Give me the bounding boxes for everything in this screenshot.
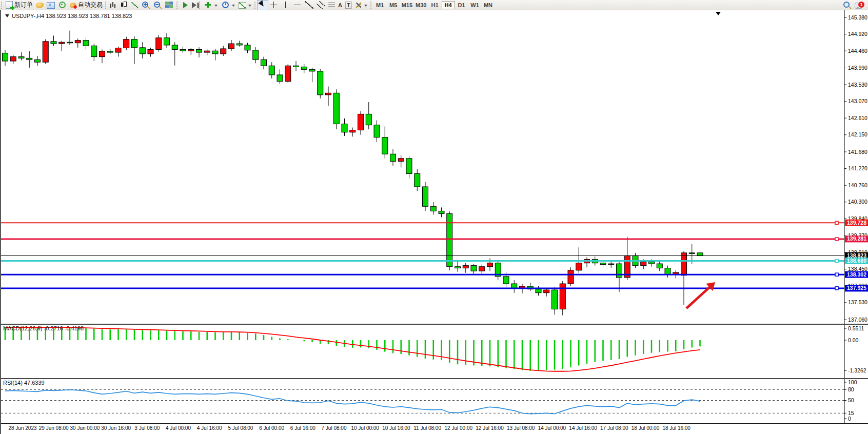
- text-tool-button[interactable]: A: [337, 1, 344, 10]
- timeframe-m5-button[interactable]: M5: [387, 1, 400, 9]
- rsi-panel[interactable]: 1008050150 RSI(14) 47.6339: [1, 379, 868, 423]
- price-level-badge-text: 139.728: [847, 220, 866, 226]
- bear-candle: [689, 253, 695, 254]
- fibonacci-icon: [328, 2, 335, 8]
- date-tick-label: 7 Jul 08:00: [322, 425, 347, 431]
- date-tick-label: 29 Jun 08:00: [39, 425, 69, 431]
- main-chart-canvas[interactable]: 145.380144.920144.460143.990143.530143.0…: [1, 10, 868, 324]
- fibonacci-tool-button[interactable]: [327, 1, 337, 10]
- candlestick-button[interactable]: [118, 1, 130, 10]
- bear-candle: [35, 60, 41, 62]
- tile-windows-button[interactable]: [164, 1, 175, 10]
- date-tick-label: 14 Jul 00:00: [538, 425, 566, 431]
- arrows-icon: [356, 3, 361, 8]
- chart-title-text: USDJPY-,H4 138.923 138.923 138.781 138.8…: [12, 13, 132, 19]
- toolbar-grip[interactable]: [199, 2, 200, 9]
- timeframe-d1-button[interactable]: D1: [455, 1, 468, 9]
- date-tick-label: 30 Jun 16:00: [101, 425, 131, 431]
- timeframe-m30-button[interactable]: M30: [414, 1, 428, 9]
- crosshair-tool-button[interactable]: [268, 1, 280, 10]
- timeframe-h4-button[interactable]: H4: [442, 1, 455, 9]
- toolbar-grip[interactable]: [254, 2, 255, 9]
- zoom-out-button[interactable]: [152, 1, 164, 10]
- bear-candle: [503, 277, 509, 284]
- toolbar-grip[interactable]: [370, 2, 371, 9]
- search-button[interactable]: [841, 1, 853, 10]
- horizontal-line-tool-button[interactable]: [291, 1, 303, 10]
- macd-canvas[interactable]: 0.55110.00-1.3262: [1, 325, 868, 378]
- date-tick-label: 18 Jul 00:00: [632, 425, 660, 431]
- bear-candle: [318, 71, 323, 95]
- macd-label: MACD(12,26,9) -0.2716 -0.4198: [3, 325, 84, 331]
- rsi-tick-label: 80: [848, 386, 854, 392]
- macd-tick-label: -1.3262: [848, 367, 866, 373]
- timeframe-mn-button[interactable]: MN: [482, 1, 495, 9]
- date-tick-label: 28 Jun 2023: [8, 425, 36, 431]
- bear-candle: [27, 58, 32, 60]
- channel-tool-button[interactable]: [315, 1, 327, 10]
- bar-chart-icon: [110, 2, 116, 8]
- chart-window: 145.380144.920144.460143.990143.530143.0…: [0, 10, 868, 434]
- price-tick-label: 144.460: [848, 48, 867, 54]
- market-watch-button[interactable]: [34, 1, 45, 10]
- bull-candle: [285, 66, 291, 81]
- bar-chart-button[interactable]: [108, 1, 118, 10]
- notifications-button[interactable]: 1: [853, 1, 864, 10]
- timeframe-m15-button[interactable]: M15: [400, 1, 414, 9]
- chart-title[interactable]: USDJPY-,H4 138.923 138.923 138.781 138.8…: [5, 12, 132, 19]
- rsi-label: RSI(14) 47.6339: [3, 380, 45, 386]
- cursor-icon: [258, 0, 267, 10]
- timeframe-w1-button[interactable]: W1: [468, 1, 482, 9]
- cursor-tool-button[interactable]: [258, 1, 268, 10]
- autotrade-label: 自动交易: [78, 1, 103, 9]
- price-tick-label: 137.530: [848, 299, 867, 305]
- price-tick-label: 141.680: [848, 149, 867, 155]
- line-chart-button[interactable]: [130, 1, 140, 10]
- timeframe-h1-button[interactable]: H1: [428, 1, 442, 9]
- new-order-label: 新订单: [14, 1, 33, 9]
- new-order-button[interactable]: 新订单: [4, 1, 34, 10]
- bear-candle: [390, 154, 396, 161]
- price-level-badge-text: 139.281: [847, 235, 866, 242]
- macd-tick-label: 0.00: [848, 337, 859, 343]
- chart-shift-icon: [192, 2, 196, 8]
- bull-candle: [641, 262, 646, 266]
- bull-candle: [10, 57, 16, 61]
- templates-button[interactable]: [237, 1, 253, 10]
- news-button[interactable]: [56, 1, 68, 10]
- zoom-in-button[interactable]: [140, 1, 152, 10]
- bear-candle: [439, 211, 444, 213]
- arrows-tool-button[interactable]: [353, 1, 369, 10]
- bear-candle: [172, 45, 177, 49]
- indicators-button[interactable]: [202, 1, 220, 10]
- search-icon: [843, 1, 852, 9]
- date-axis[interactable]: 28 Jun 202329 Jun 08:0030 Jun 00:0030 Ju…: [1, 423, 868, 434]
- candlestick-icon: [120, 1, 128, 9]
- toolbar-grip[interactable]: [1, 2, 2, 9]
- chart-shift-button[interactable]: [189, 1, 198, 10]
- bear-candle: [91, 46, 97, 56]
- bear-candle: [415, 174, 420, 187]
- dropdown-caret: [248, 5, 251, 8]
- timeframe-m1-button[interactable]: M1: [373, 1, 387, 9]
- bull-candle: [59, 42, 65, 44]
- autotrade-button[interactable]: 自动交易: [68, 1, 104, 10]
- chevron-down-icon[interactable]: [5, 14, 9, 19]
- vertical-line-tool-button[interactable]: [280, 1, 291, 10]
- terminal-button[interactable]: [45, 1, 56, 10]
- bear-candle: [253, 50, 259, 60]
- toolbar-grip[interactable]: [105, 2, 106, 9]
- dropdown-caret: [214, 5, 218, 8]
- periods-button[interactable]: [220, 1, 237, 10]
- indicators-icon: [204, 1, 212, 9]
- toolbar-grip[interactable]: [176, 2, 177, 9]
- main-chart-panel[interactable]: 145.380144.920144.460143.990143.530143.0…: [1, 10, 868, 324]
- trendline-tool-button[interactable]: [303, 1, 315, 10]
- macd-panel[interactable]: 0.55110.00-1.3262 MACD(12,26,9) -0.2716 …: [1, 325, 868, 378]
- chat-bubble-icon: 1: [855, 3, 862, 9]
- notification-badge: 1: [858, 1, 865, 8]
- auto-scroll-button[interactable]: [180, 1, 189, 10]
- text-label-tool-button[interactable]: T: [344, 1, 353, 10]
- terminal-icon: [47, 2, 55, 9]
- rsi-canvas[interactable]: 1008050150: [1, 379, 868, 423]
